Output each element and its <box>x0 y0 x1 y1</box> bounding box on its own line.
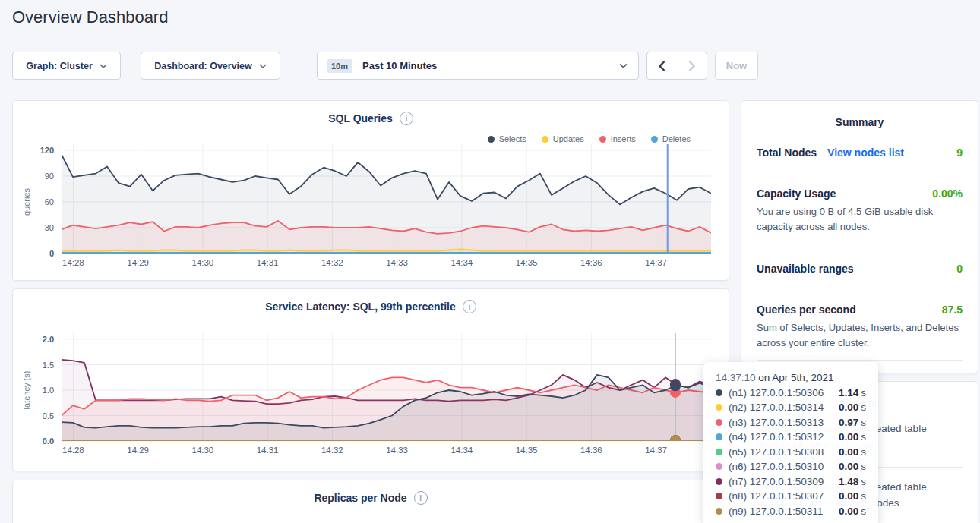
svg-text:0.0: 0.0 <box>43 436 54 446</box>
divider <box>757 285 963 285</box>
unavailable-ranges-label: Unavailable ranges <box>757 263 854 275</box>
tooltip-unit: s <box>861 431 866 443</box>
svg-text:1.5: 1.5 <box>43 361 54 370</box>
series-dot <box>716 449 722 455</box>
total-nodes-label: Total Nodes <box>757 147 817 159</box>
summary-row-capacity-usage: Capacity Usage 0.00% <box>757 187 963 200</box>
tooltip-unit: s <box>861 446 866 458</box>
dashboard-selector-label: Dashboard: Overview <box>154 61 252 71</box>
svg-text:latency (s): latency (s) <box>22 371 31 410</box>
svg-text:14:33: 14:33 <box>386 446 408 455</box>
series-dot <box>716 404 722 411</box>
tooltip-unit: s <box>861 476 866 487</box>
svg-text:14:37: 14:37 <box>645 446 667 455</box>
series-dot <box>716 433 722 440</box>
svg-text:14:33: 14:33 <box>386 258 408 267</box>
tooltip-unit: s <box>861 387 866 399</box>
replicas-per-node-card: Replicas per Node i <box>12 480 729 523</box>
tooltip-node-value: 0.00 <box>839 506 858 517</box>
tooltip-row: (n4) 127.0.0.1:503120.00s <box>716 431 866 443</box>
tooltip-header: 14:37:10 on Apr 5th, 2021 <box>716 372 866 383</box>
svg-text:120: 120 <box>40 146 54 155</box>
series-dot <box>716 463 722 470</box>
time-range-label: Past 10 Minutes <box>362 60 437 71</box>
svg-text:queries: queries <box>22 187 31 216</box>
svg-text:14:35: 14:35 <box>516 258 538 267</box>
service-latency-card: Service Latency: SQL, 99th percentile i … <box>12 288 729 471</box>
service-latency-chart[interactable]: 0.00.51.01.52.014:2814:2914:3014:3114:32… <box>13 289 730 467</box>
tooltip-node-label: (n9) 127.0.0.1:50311 <box>729 506 823 517</box>
tooltip-date: on Apr 5th, 2021 <box>758 372 833 383</box>
chevron-down-icon <box>100 64 107 68</box>
replicas-per-node-chart-title: Replicas per Node <box>314 492 406 504</box>
svg-text:14:31: 14:31 <box>257 446 279 455</box>
time-next-button[interactable] <box>677 52 707 79</box>
svg-text:14:28: 14:28 <box>62 446 84 455</box>
tooltip-row: (n8) 127.0.0.1:503070.00s <box>716 490 866 502</box>
graph-selector-dropdown[interactable]: Graph: Cluster <box>12 52 121 80</box>
svg-text:14:31: 14:31 <box>257 258 279 267</box>
queries-per-second-value: 87.5 <box>942 304 963 316</box>
tooltip-unit: s <box>861 402 866 413</box>
svg-text:14:37: 14:37 <box>645 258 667 267</box>
series-dot <box>716 478 722 485</box>
chevron-right-icon <box>688 61 695 71</box>
tooltip-node-label: (n6) 127.0.0.1:50310 <box>729 461 824 472</box>
tooltip-node-value: 1.48 <box>839 476 858 487</box>
view-nodes-list-link[interactable]: View nodes list <box>827 147 904 159</box>
tooltip-node-value: 1.14 <box>839 387 858 399</box>
tooltip-row: (n1) 127.0.0.1:503061.14s <box>716 387 866 399</box>
svg-text:14:29: 14:29 <box>127 258 149 267</box>
summary-panel: Summary Total Nodes View nodes list 9 Ca… <box>741 100 978 373</box>
svg-text:14:36: 14:36 <box>580 258 602 267</box>
capacity-usage-label: Capacity Usage <box>757 187 836 200</box>
svg-text:14:30: 14:30 <box>191 258 213 267</box>
summary-row-total-nodes: Total Nodes View nodes list 9 <box>757 147 963 159</box>
svg-text:2.0: 2.0 <box>43 335 54 344</box>
tooltip-node-label: (n2) 127.0.0.1:50314 <box>729 402 824 413</box>
tooltip-row: (n3) 127.0.0.1:503130.97s <box>716 417 866 428</box>
tooltip-node-label: (n5) 127.0.0.1:50308 <box>729 446 824 458</box>
time-nav-group <box>646 52 707 80</box>
time-range-selector[interactable]: 10m Past 10 Minutes <box>317 52 639 80</box>
tooltip-row: (n9) 127.0.0.1:503110.00s <box>716 506 866 517</box>
tooltip-unit: s <box>861 461 866 472</box>
total-nodes-value: 9 <box>956 147 963 159</box>
svg-text:14:34: 14:34 <box>450 258 473 267</box>
tooltip-node-label: (n8) 127.0.0.1:50307 <box>729 490 824 502</box>
tooltip-node-value: 0.00 <box>839 446 858 458</box>
svg-text:14:32: 14:32 <box>321 258 343 267</box>
sql-queries-chart[interactable]: 030609012014:2814:2914:3014:3114:3214:33… <box>13 101 730 279</box>
divider <box>757 169 963 169</box>
now-button[interactable]: Now <box>715 52 758 80</box>
tooltip-row: (n2) 127.0.0.1:503140.00s <box>716 402 866 413</box>
dashboard-selector-dropdown[interactable]: Dashboard: Overview <box>141 52 280 80</box>
time-prev-button[interactable] <box>647 52 677 79</box>
info-icon[interactable]: i <box>414 491 428 505</box>
overview-dashboard-screen: Overview Dashboard Graph: Cluster Dashbo… <box>0 0 980 523</box>
queries-per-second-description: Sum of Selects, Updates, Inserts, and De… <box>757 320 963 350</box>
svg-text:14:29: 14:29 <box>127 446 149 455</box>
tooltip-node-label: (n7) 127.0.0.1:50309 <box>729 476 824 487</box>
chevron-down-icon <box>619 63 628 68</box>
tooltip-unit: s <box>861 490 866 502</box>
sql-queries-card: SQL Queries i SelectsUpdatesInsertsDelet… <box>12 100 729 281</box>
tooltip-node-label: (n3) 127.0.0.1:50313 <box>729 417 824 428</box>
series-dot <box>716 493 722 499</box>
svg-text:60: 60 <box>45 197 54 206</box>
svg-text:0: 0 <box>49 249 54 258</box>
svg-text:14:30: 14:30 <box>191 446 213 455</box>
svg-text:30: 30 <box>45 223 54 232</box>
series-dot <box>716 419 722 426</box>
summary-title: Summary <box>741 101 978 128</box>
tooltip-rows: (n1) 127.0.0.1:503061.14s(n2) 127.0.0.1:… <box>716 387 866 517</box>
svg-text:1.0: 1.0 <box>43 386 54 395</box>
tooltip-node-value: 0.00 <box>839 461 858 472</box>
svg-text:0.5: 0.5 <box>43 411 54 421</box>
tooltip-row: (n5) 127.0.0.1:503080.00s <box>716 446 866 458</box>
tooltip-node-value: 0.00 <box>839 431 858 443</box>
queries-per-second-label: Queries per second <box>757 304 856 316</box>
series-dot <box>716 508 722 515</box>
tooltip-node-value: 0.00 <box>839 402 858 413</box>
tooltip-unit: s <box>861 417 866 428</box>
